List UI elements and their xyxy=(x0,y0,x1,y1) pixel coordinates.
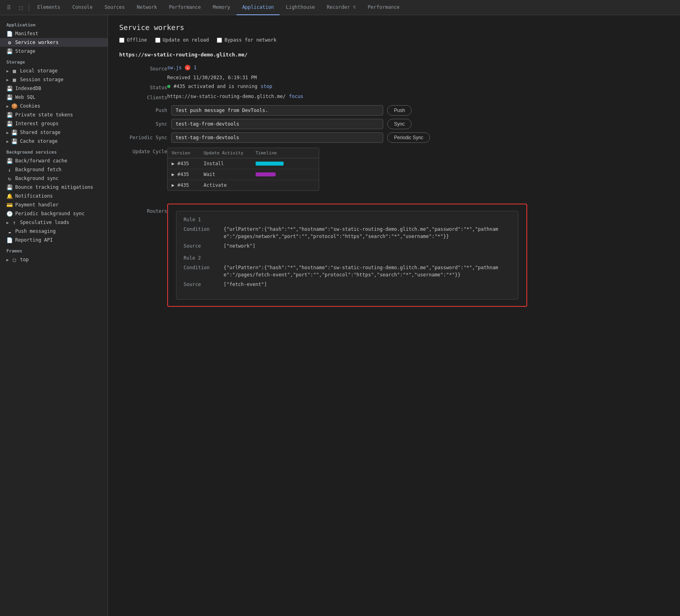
sidebar-item-web-sql[interactable]: 💾 Web SQL xyxy=(0,93,108,102)
focus-link[interactable]: focus xyxy=(289,94,303,99)
sidebar-item-bounce-tracking[interactable]: 💾 Bounce tracking mitigations xyxy=(0,183,108,192)
expand-icon: ▶ xyxy=(6,69,9,73)
manifest-icon: 📄 xyxy=(6,30,13,37)
tab-recorder[interactable]: Recorder ⌥ xyxy=(321,0,361,15)
sidebar-label-push-messaging: Push messaging xyxy=(15,228,56,234)
sidebar-item-payment-handler[interactable]: 💳 Payment handler xyxy=(0,200,108,209)
status-label: Status xyxy=(119,84,167,90)
sidebar-item-back-forward-cache[interactable]: 💾 Back/forward cache xyxy=(0,156,108,165)
sidebar-label-reporting-api: Reporting API xyxy=(15,237,53,243)
push-button[interactable]: Push xyxy=(387,105,412,116)
sidebar-item-interest-groups[interactable]: 💾 Interest groups xyxy=(0,119,108,128)
tab-sources[interactable]: Sources xyxy=(99,0,130,15)
section-storage: Storage xyxy=(0,56,108,66)
sidebar-item-background-sync[interactable]: ↻ Background sync xyxy=(0,174,108,183)
sidebar-item-private-state-tokens[interactable]: 💾 Private state tokens xyxy=(0,110,108,119)
devtools-icon[interactable]: ⠿ xyxy=(3,2,14,13)
source-label: Source xyxy=(119,65,167,72)
push-input[interactable] xyxy=(171,105,383,116)
sidebar-item-speculative-loads[interactable]: ▶ ↑ Speculative loads xyxy=(0,218,108,227)
offline-label: Offline xyxy=(127,37,147,43)
sidebar-item-indexeddb[interactable]: 💾 IndexedDB xyxy=(0,84,108,93)
update-on-reload-option[interactable]: Update on reload xyxy=(155,37,209,43)
expand-icon: ▶ xyxy=(6,139,9,144)
update-cycle-table: Version Update Activity Timeline ▶ #435 … xyxy=(167,148,319,191)
expand-icon: ▶ xyxy=(6,104,9,108)
sidebar-item-push-messaging[interactable]: ☁ Push messaging xyxy=(0,227,108,236)
uc-activity-2: Wait xyxy=(204,172,256,177)
periodic-sync-button[interactable]: Periodic Sync xyxy=(387,132,430,143)
tab-elements[interactable]: Elements xyxy=(32,0,66,15)
push-messaging-icon: ☁ xyxy=(6,228,13,234)
sync-input[interactable] xyxy=(171,119,383,129)
received-label xyxy=(119,75,167,76)
uc-activity-3: Activate xyxy=(204,182,256,188)
sidebar-item-shared-storage[interactable]: ▶ 💾 Shared storage xyxy=(0,128,108,137)
sidebar-item-background-fetch[interactable]: ↓ Background fetch xyxy=(0,165,108,174)
sidebar-item-session-storage[interactable]: ▶ ▦ Session storage xyxy=(0,75,108,84)
error-count[interactable]: 1 xyxy=(194,65,196,70)
tab-lighthouse[interactable]: Lighthouse xyxy=(280,0,320,15)
sidebar-label-private-state-tokens: Private state tokens xyxy=(15,112,73,118)
sidebar-item-notifications[interactable]: 🔔 Notifications xyxy=(0,192,108,200)
sidebar-label-service-workers: Service workers xyxy=(15,40,58,45)
rule-2-grid: Condition {"urlPattern":{"hash":"*","hos… xyxy=(184,264,511,288)
options-row: Offline Update on reload Bypass for netw… xyxy=(119,37,669,43)
bypass-for-network-option[interactable]: Bypass for network xyxy=(217,37,276,43)
offline-option[interactable]: Offline xyxy=(119,37,147,43)
reporting-api-icon: 📄 xyxy=(6,237,13,243)
shared-storage-icon: 💾 xyxy=(11,129,18,136)
status-text: #435 activated and is running xyxy=(174,84,258,89)
uc-version-3: ▶ #435 xyxy=(172,182,204,188)
section-bg-services: Background services xyxy=(0,146,108,156)
device-toggle-icon[interactable]: ⬚ xyxy=(15,2,26,13)
sidebar-label-bounce-tracking: Bounce tracking mitigations xyxy=(15,184,93,190)
sidebar-item-storage[interactable]: 💾 Storage xyxy=(0,47,108,56)
update-on-reload-checkbox[interactable] xyxy=(155,38,160,43)
bypass-for-network-checkbox[interactable] xyxy=(217,38,222,43)
push-label: Push xyxy=(119,108,167,113)
clients-text: https://sw-static-routing-demo.glitch.me… xyxy=(167,94,286,99)
sidebar-item-manifest[interactable]: 📄 Manifest xyxy=(0,29,108,38)
sidebar-label-top: top xyxy=(20,257,29,262)
uc-timeline-bar-1 xyxy=(256,162,284,166)
sidebar-item-cookies[interactable]: ▶ 🍪 Cookies xyxy=(0,102,108,110)
tab-console[interactable]: Console xyxy=(67,0,98,15)
periodic-bg-sync-icon: 🕐 xyxy=(6,210,13,217)
received-text: Received 11/30/2023, 6:19:31 PM xyxy=(167,75,257,80)
sidebar-item-local-storage[interactable]: ▶ ▦ Local storage xyxy=(0,66,108,75)
rule-1-source-value: ["network"] xyxy=(224,242,511,250)
tab-memory[interactable]: Memory xyxy=(207,0,236,15)
sidebar-label-shared-storage: Shared storage xyxy=(20,130,60,135)
sidebar-label-session-storage: Session storage xyxy=(20,77,63,82)
rule-1-condition-value: {"urlPattern":{"hash":"*","hostname":"sw… xyxy=(224,226,511,240)
status-row: Status #435 activated and is running sto… xyxy=(119,84,669,90)
background-sync-icon: ↻ xyxy=(6,175,13,182)
status-dot xyxy=(167,85,170,88)
sync-button[interactable]: Sync xyxy=(387,119,412,129)
sidebar-item-periodic-bg-sync[interactable]: 🕐 Periodic background sync xyxy=(0,209,108,218)
bounce-tracking-icon: 💾 xyxy=(6,184,13,190)
clients-value: https://sw-static-routing-demo.glitch.me… xyxy=(167,94,303,99)
received-value: Received 11/30/2023, 6:19:31 PM xyxy=(167,75,257,80)
sidebar: Application 📄 Manifest ⚙ Service workers… xyxy=(0,15,108,616)
offline-checkbox[interactable] xyxy=(119,38,124,43)
cookies-icon: 🍪 xyxy=(11,103,18,109)
tab-performance2[interactable]: Performance xyxy=(362,0,405,15)
stop-link[interactable]: stop xyxy=(261,84,272,89)
expand-icon: ▶ xyxy=(6,220,9,225)
periodic-sync-input[interactable] xyxy=(171,132,383,143)
section-frames: Frames xyxy=(0,244,108,255)
periodic-sync-row: Periodic Sync Periodic Sync xyxy=(119,132,669,143)
tab-performance[interactable]: Performance xyxy=(164,0,206,15)
sidebar-item-reporting-api[interactable]: 📄 Reporting API xyxy=(0,236,108,244)
sidebar-item-service-workers[interactable]: ⚙ Service workers xyxy=(0,38,108,47)
sidebar-item-frames-top[interactable]: ▶ ▢ top xyxy=(0,255,108,264)
received-row: Received 11/30/2023, 6:19:31 PM xyxy=(119,75,669,80)
source-link[interactable]: sw.js xyxy=(167,65,182,70)
tab-application[interactable]: Application xyxy=(236,0,279,15)
sidebar-item-cache-storage[interactable]: ▶ 💾 Cache storage xyxy=(0,137,108,146)
tab-network[interactable]: Network xyxy=(131,0,163,15)
web-sql-icon: 💾 xyxy=(6,94,13,100)
update-cycle-row: Update Cycle Version Update Activity Tim… xyxy=(119,148,669,198)
